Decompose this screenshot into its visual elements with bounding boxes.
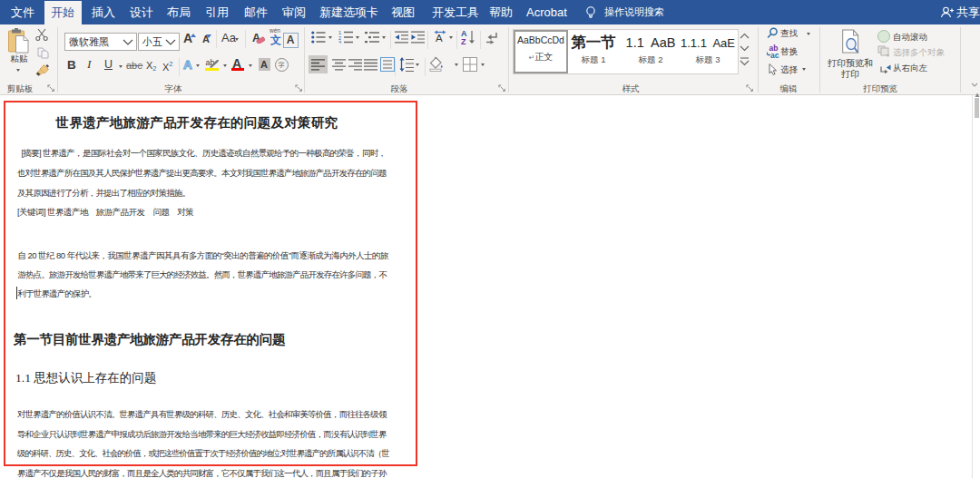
svg-text:3: 3 <box>338 40 341 44</box>
svg-text:A: A <box>436 33 443 44</box>
svg-text:ac: ac <box>770 51 779 58</box>
svg-text:Z: Z <box>461 37 466 45</box>
